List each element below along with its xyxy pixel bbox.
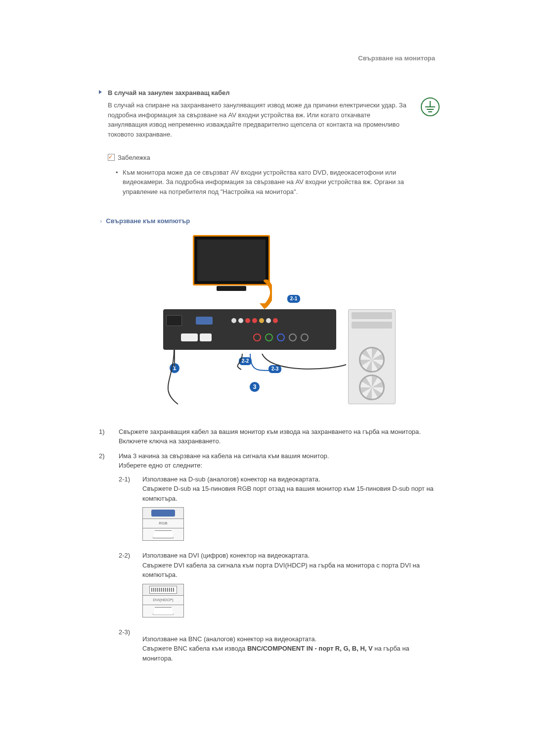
bnc-b-icon bbox=[277, 333, 285, 341]
bnc-v-icon bbox=[301, 333, 309, 341]
trapezoid-port-icon bbox=[153, 530, 174, 538]
substep-2-2: 2-2) Използване на DVI (цифров) конектор… bbox=[119, 551, 435, 624]
step-text: Има 3 начина за свързване на кабела на с… bbox=[119, 451, 435, 666]
section-connect-pc-title: Свързване към компютър bbox=[108, 216, 435, 226]
connection-diagram: 2-1 2-2 2-3 1 3 bbox=[153, 235, 381, 418]
phono-icon bbox=[266, 318, 271, 323]
check-icon bbox=[108, 154, 115, 161]
phono-icon bbox=[245, 318, 250, 323]
dvi-connector-icon bbox=[149, 586, 177, 594]
phono-icon bbox=[273, 318, 278, 323]
monitor-back-panel-icon bbox=[163, 309, 336, 350]
substep-2-3: 2-3) Използване на BNC (аналогов) конект… bbox=[119, 627, 435, 663]
vga-connector-icon bbox=[151, 510, 175, 517]
step-2: 2) Има 3 начина за свързване на кабела н… bbox=[99, 451, 435, 666]
phono-icon bbox=[259, 318, 264, 323]
note-header: Забележка bbox=[99, 153, 435, 163]
bnc-g-icon bbox=[265, 333, 273, 341]
ground-icon bbox=[420, 97, 440, 120]
phono-icon bbox=[252, 318, 257, 323]
substeps: 2-1) Използване на D-sub (аналогов) коне… bbox=[119, 474, 435, 663]
bnc-h-icon bbox=[289, 333, 297, 341]
monitor-front-icon bbox=[193, 235, 270, 285]
step-num: 1) bbox=[99, 427, 110, 446]
phono-icon bbox=[238, 318, 243, 323]
note-label: Забележка bbox=[118, 154, 150, 161]
substep-2-3-line2: Свържете BNC кабела към извода BNC/COMPO… bbox=[142, 644, 435, 663]
fan-icon bbox=[359, 347, 385, 373]
fan-icon bbox=[359, 375, 385, 400]
document-page: Свързване на монитора В случай на зануле… bbox=[0, 0, 534, 756]
port-label: RGB bbox=[142, 519, 184, 528]
section-cable: В случай на занулен захранващ кабел В сл… bbox=[99, 88, 435, 197]
substep-num: 2-3) bbox=[119, 627, 134, 663]
vga-port-icon bbox=[196, 317, 213, 325]
callout-2-3: 2-3 bbox=[268, 365, 282, 374]
substep-2-1: 2-1) Използване на D-sub (аналогов) коне… bbox=[119, 474, 435, 548]
section-cable-body: В случай на спиране на захранването зану… bbox=[99, 100, 435, 139]
page-header-title: Свързване на монитора bbox=[99, 53, 435, 63]
step-2-line2: Изберете едно от следните: bbox=[119, 461, 435, 471]
phono-icon bbox=[231, 318, 236, 323]
substep-num: 2-2) bbox=[119, 551, 134, 624]
dvi-port-icon bbox=[181, 333, 198, 341]
port-figure-rgb: RGB bbox=[142, 507, 184, 541]
substep-text: Използване на DVI (цифров) конектор на в… bbox=[142, 551, 435, 624]
power-port-icon bbox=[166, 315, 182, 326]
step-1: 1) Свържете захранващия кабел за вашия м… bbox=[99, 427, 435, 446]
cables-icon bbox=[163, 350, 351, 409]
callout-2-1: 2-1 bbox=[287, 294, 301, 303]
note-item: Към монитора може да се свързват AV вход… bbox=[116, 168, 435, 197]
usb-port-icon bbox=[200, 333, 212, 341]
pc-tower-icon bbox=[348, 309, 396, 404]
step-text: Свържете захранващия кабел за вашия мони… bbox=[119, 427, 435, 446]
circle-3: 3 bbox=[249, 381, 260, 392]
substep-text: Използване на BNC (аналогов) конектор на… bbox=[142, 627, 435, 663]
note-list: Към монитора може да се свързват AV вход… bbox=[99, 168, 435, 197]
substep-text: Използване на D-sub (аналогов) конектор … bbox=[142, 474, 435, 548]
arrow-icon bbox=[257, 280, 272, 309]
port-figure-dvi: DVI(HDCP) bbox=[142, 584, 184, 617]
trapezoid-port-icon bbox=[153, 607, 174, 615]
callout-2-2: 2-2 bbox=[238, 357, 252, 366]
cable-icon bbox=[174, 350, 175, 367]
bnc-r-icon bbox=[253, 333, 261, 341]
step-num: 2) bbox=[99, 451, 110, 666]
instructions-list: 1) Свържете захранващия кабел за вашия м… bbox=[99, 427, 435, 666]
substep-num: 2-1) bbox=[119, 474, 134, 548]
section-cable-title: В случай на занулен захранващ кабел bbox=[99, 88, 435, 98]
port-label: DVI(HDCP) bbox=[142, 596, 184, 605]
step-2-line1: Има 3 начина за свързване на кабела на с… bbox=[119, 451, 435, 461]
